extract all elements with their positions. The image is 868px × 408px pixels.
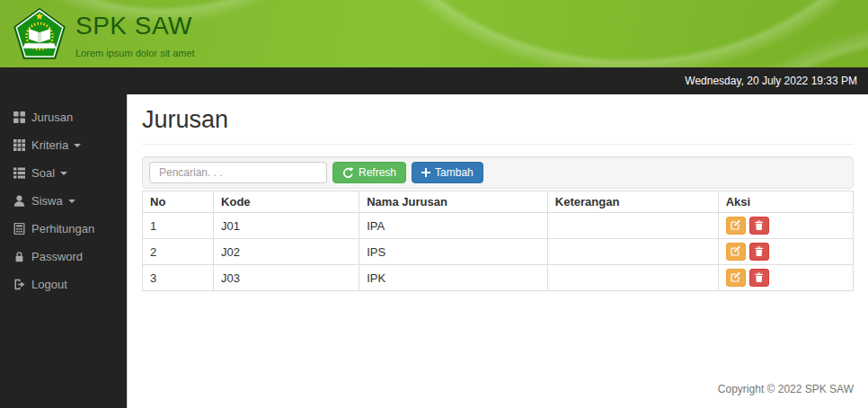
kemenag-logo-icon: [13, 6, 66, 61]
edit-button[interactable]: [726, 217, 746, 235]
main-content: Jurusan Refresh Tambah: [127, 94, 868, 408]
cell-keterangan: [547, 239, 718, 265]
datetime-text: Wednesday, 20 July 2022 19:33 PM: [685, 75, 857, 87]
chevron-down-icon: [68, 200, 75, 203]
th-large-icon: [13, 111, 25, 123]
sidebar-item-label: Kriteria: [31, 138, 68, 152]
sidebar-item-siswa[interactable]: Siswa: [0, 187, 127, 215]
cell-nama-jurusan: IPS: [359, 239, 548, 265]
cell-kode: J01: [214, 213, 359, 239]
cell-keterangan: [547, 213, 718, 239]
edit-icon: [731, 219, 740, 233]
column-header-nama-jurusan: Nama Jurusan: [359, 191, 548, 213]
edit-button[interactable]: [726, 243, 746, 261]
add-button[interactable]: Tambah: [412, 162, 483, 183]
trash-icon: [754, 219, 764, 233]
table-row: 1 J01 IPA: [143, 213, 854, 239]
delete-button[interactable]: [749, 269, 769, 287]
column-header-aksi: Aksi: [718, 191, 853, 213]
sidebar-item-label: Logout: [31, 278, 67, 291]
sidebar-item-label: Siswa: [31, 194, 63, 208]
table-row: 3 J03 IPK: [143, 265, 854, 291]
edit-icon: [731, 245, 740, 259]
datetime-bar: Wednesday, 20 July 2022 19:33 PM: [0, 67, 868, 94]
sidebar-item-logout[interactable]: Logout: [0, 271, 127, 298]
jurusan-table: No Kode Nama Jurusan Keterangan Aksi 1 J…: [142, 191, 854, 291]
calculator-icon: [13, 223, 25, 235]
sidebar-item-label: Jurusan: [31, 111, 73, 124]
delete-button[interactable]: [749, 217, 769, 235]
user-icon: [13, 195, 25, 207]
cell-kode: J03: [214, 265, 359, 291]
sidebar: Jurusan Kriteria Soal Siswa: [0, 94, 127, 408]
cell-no: 1: [143, 213, 214, 239]
trash-icon: [754, 271, 764, 285]
cell-keterangan: [547, 265, 718, 291]
app-header: SPK SAW Lorem ipsum dolor sit amet: [0, 0, 868, 67]
copyright-text: Copyright © 2022 SPK SAW: [142, 383, 854, 395]
sidebar-item-label: Password: [31, 250, 83, 263]
cell-no: 3: [143, 265, 214, 291]
app-subtitle: Lorem ipsum dolor sit amet: [75, 48, 195, 58]
table-row: 2 J02 IPS: [143, 239, 854, 265]
brand-block: SPK SAW Lorem ipsum dolor sit amet: [75, 12, 195, 58]
sidebar-item-perhitungan[interactable]: Perhitungan: [0, 215, 127, 243]
app-title: SPK SAW: [75, 12, 195, 40]
cell-nama-jurusan: IPA: [359, 213, 548, 239]
sidebar-item-jurusan[interactable]: Jurusan: [0, 103, 127, 131]
th-grid-icon: [13, 139, 25, 151]
refresh-icon: [342, 167, 354, 179]
column-header-kode: Kode: [214, 191, 359, 213]
sidebar-item-password[interactable]: Password: [0, 243, 127, 271]
lock-icon: [13, 251, 25, 262]
chevron-down-icon: [74, 144, 81, 147]
sidebar-item-label: Perhitungan: [31, 222, 94, 235]
edit-button[interactable]: [726, 269, 746, 287]
page-title: Jurusan: [142, 106, 854, 145]
chevron-down-icon: [60, 172, 67, 175]
edit-icon: [731, 271, 740, 285]
logout-icon: [13, 279, 25, 290]
delete-button[interactable]: [749, 243, 769, 261]
cell-no: 2: [143, 239, 214, 265]
sidebar-item-soal[interactable]: Soal: [0, 159, 127, 187]
column-header-keterangan: Keterangan: [547, 191, 718, 213]
toolbar: Refresh Tambah: [142, 156, 854, 189]
cell-kode: J02: [214, 239, 359, 265]
table-header-row: No Kode Nama Jurusan Keterangan Aksi: [143, 191, 854, 213]
add-button-label: Tambah: [435, 166, 474, 179]
trash-icon: [754, 245, 764, 259]
refresh-button[interactable]: Refresh: [332, 162, 406, 183]
cell-nama-jurusan: IPK: [359, 265, 548, 291]
th-list-icon: [13, 167, 25, 179]
refresh-button-label: Refresh: [359, 166, 396, 179]
column-header-no: No: [143, 191, 214, 213]
search-input[interactable]: [149, 162, 327, 183]
sidebar-item-label: Soal: [31, 166, 55, 180]
sidebar-item-kriteria[interactable]: Kriteria: [0, 131, 127, 159]
plus-icon: [421, 168, 430, 177]
